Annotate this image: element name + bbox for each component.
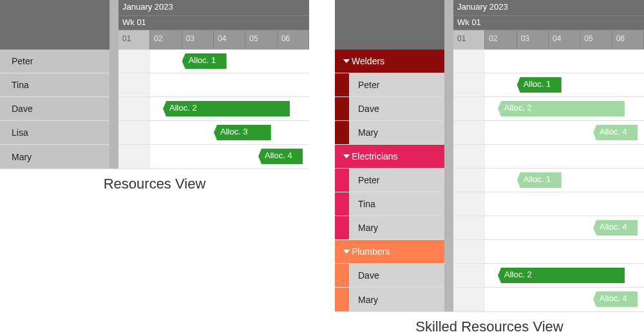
timeline-cell[interactable]: Alloc. 2 — [453, 264, 644, 287]
group-color-stripe — [335, 192, 349, 216]
timeline-cell[interactable] — [453, 50, 644, 73]
day-header-cell: 04 — [214, 30, 245, 50]
collapse-icon[interactable] — [343, 250, 350, 254]
resource-label[interactable]: Peter — [0, 50, 118, 73]
timeline-cell[interactable] — [453, 145, 644, 168]
resource-row[interactable]: PeterAlloc. 1 — [335, 169, 644, 192]
timeline-cell[interactable]: Alloc. 2 — [118, 97, 309, 120]
resource-column-header — [335, 0, 444, 50]
resource-label[interactable]: Dave — [335, 264, 453, 287]
month-label: January 2023 — [118, 0, 309, 15]
timeline-cell[interactable]: Alloc. 4 — [453, 216, 644, 239]
resource-label[interactable]: Peter — [335, 73, 453, 97]
group-row[interactable]: Welders — [335, 50, 644, 73]
group-row[interactable]: Plumbers — [335, 240, 644, 264]
resource-row[interactable]: MaryAlloc. 4 — [335, 121, 644, 145]
group-color-stripe — [335, 73, 349, 97]
day-header-cell: 03 — [182, 30, 214, 50]
resource-row[interactable]: MaryAlloc. 4 — [335, 288, 644, 311]
resource-row[interactable]: DaveAlloc. 2 — [335, 97, 644, 121]
day-header-cell: 01 — [118, 30, 150, 50]
resource-label[interactable]: Mary — [0, 145, 118, 169]
timeline-cell[interactable] — [453, 192, 644, 216]
allocation-bar[interactable]: Alloc. 4 — [593, 291, 638, 307]
resource-label[interactable]: Mary — [335, 216, 453, 239]
timeline-cell[interactable] — [118, 73, 309, 97]
collapse-icon[interactable] — [343, 59, 350, 63]
weekend-shade — [453, 121, 485, 144]
group-color-stripe — [335, 216, 349, 239]
timeline-cell[interactable]: Alloc. 1 — [453, 169, 644, 192]
resource-row[interactable]: PeterAlloc. 1 — [335, 73, 644, 97]
resource-label[interactable]: Mary — [335, 288, 453, 311]
resource-row[interactable]: DaveAlloc. 2 — [335, 264, 644, 288]
group-name: Electricians — [352, 151, 398, 161]
allocation-bar[interactable]: Alloc. 3 — [214, 125, 271, 140]
month-label: January 2023 — [453, 0, 644, 15]
timeline-cell[interactable]: Alloc. 4 — [453, 121, 644, 144]
allocation-bar[interactable]: Alloc. 4 — [593, 125, 638, 140]
allocation-bar[interactable]: Alloc. 2 — [498, 268, 625, 283]
allocation-bar[interactable]: Alloc. 1 — [517, 172, 562, 188]
resource-row[interactable]: MaryAlloc. 4 — [0, 145, 309, 169]
day-header-cell: 06 — [612, 30, 644, 50]
timeline-cell[interactable]: Alloc. 2 — [453, 97, 644, 120]
resource-label[interactable]: Mary — [335, 121, 453, 144]
allocation-bar[interactable]: Alloc. 1 — [182, 53, 227, 69]
timeline-cell[interactable]: Alloc. 4 — [453, 288, 644, 311]
day-header-cell: 01 — [453, 30, 485, 50]
timeline-cell[interactable] — [453, 240, 644, 263]
allocation-bar[interactable]: Alloc. 2 — [163, 101, 290, 116]
weekend-shade — [118, 121, 150, 144]
timeline-cell[interactable]: Alloc. 3 — [118, 121, 309, 144]
week-label: Wk 01 — [453, 15, 644, 30]
day-header-cell: 03 — [517, 30, 549, 50]
timeline-cell[interactable]: Alloc. 4 — [118, 145, 309, 169]
weekend-shade — [453, 97, 485, 120]
resource-label[interactable]: Lisa — [0, 121, 118, 144]
gantt-header: January 2023 Wk 01 010203040506 — [0, 0, 309, 50]
allocation-bar[interactable]: Alloc. 1 — [517, 77, 562, 93]
resource-row[interactable]: Tina — [0, 73, 309, 97]
resource-name: Mary — [358, 295, 378, 305]
timeline-cell[interactable]: Alloc. 1 — [453, 73, 644, 97]
group-label[interactable]: Plumbers — [335, 240, 453, 263]
resource-label[interactable]: Tina — [335, 192, 453, 216]
resource-label[interactable]: Dave — [335, 97, 453, 120]
resources-view-panel: January 2023 Wk 01 010203040506 PeterAll… — [0, 0, 309, 332]
group-color-stripe — [335, 97, 349, 120]
resource-row[interactable]: PeterAlloc. 1 — [0, 50, 309, 73]
day-header-cell: 02 — [150, 30, 182, 50]
group-color-stripe — [335, 264, 349, 287]
group-label[interactable]: Welders — [335, 50, 453, 73]
group-name: Plumbers — [352, 246, 390, 257]
resource-name: Dave — [358, 104, 379, 114]
day-header-cell: 06 — [278, 30, 309, 50]
skilled-resources-view-panel: January 2023 Wk 01 010203040506 WeldersP… — [335, 0, 644, 332]
allocation-bar[interactable]: Alloc. 4 — [258, 149, 303, 164]
group-color-stripe — [335, 121, 349, 144]
week-label: Wk 01 — [118, 15, 309, 30]
group-label[interactable]: Electricians — [335, 145, 453, 168]
resource-row[interactable]: DaveAlloc. 2 — [0, 97, 309, 121]
splitter-handle[interactable] — [444, 0, 453, 311]
resource-row[interactable]: LisaAlloc. 3 — [0, 121, 309, 145]
resource-label[interactable]: Peter — [335, 169, 453, 192]
resource-label[interactable]: Dave — [0, 97, 118, 120]
day-header-cell: 05 — [580, 30, 612, 50]
weekend-shade — [118, 97, 150, 120]
resource-row[interactable]: MaryAlloc. 4 — [335, 216, 644, 240]
resource-label[interactable]: Tina — [0, 73, 118, 97]
splitter-handle[interactable] — [109, 0, 118, 169]
allocation-bar[interactable]: Alloc. 2 — [498, 101, 625, 116]
weekend-shade — [118, 50, 150, 73]
collapse-icon[interactable] — [343, 154, 350, 158]
group-row[interactable]: Electricians — [335, 145, 644, 169]
weekend-shade — [453, 264, 485, 287]
panel-caption: Resources View — [0, 169, 309, 196]
resource-row[interactable]: Tina — [335, 192, 644, 216]
allocation-bar[interactable]: Alloc. 4 — [593, 220, 638, 235]
weekend-shade — [453, 145, 485, 168]
timeline-cell[interactable]: Alloc. 1 — [118, 50, 309, 73]
gantt-header: January 2023 Wk 01 010203040506 — [335, 0, 644, 50]
